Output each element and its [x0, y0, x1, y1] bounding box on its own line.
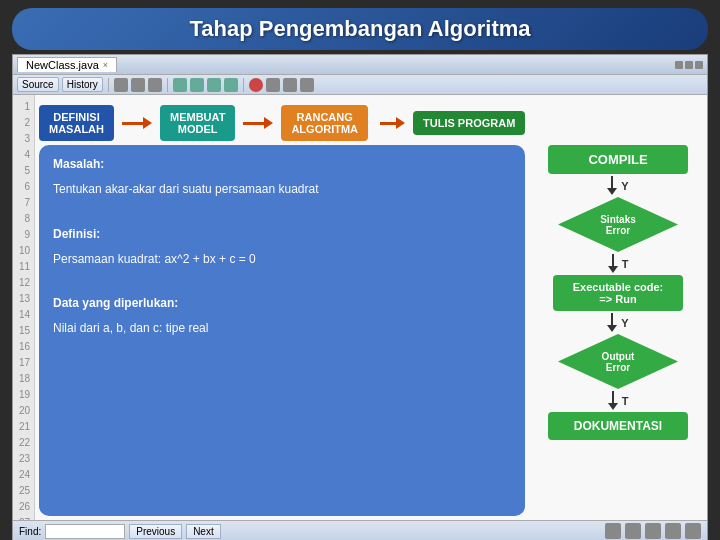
bottom-icon-1[interactable]: [605, 523, 621, 539]
arrow-1: [122, 117, 152, 129]
definisi-box: DEFINISIMASALAH: [39, 105, 114, 141]
find-next-button[interactable]: Next: [186, 524, 221, 539]
line-number: 8: [17, 211, 30, 227]
ide-body: 1 2 3 4 5 6 7 8 9 10 11 12 13 14 15 16 1…: [13, 95, 707, 520]
arrow-v-line-2: [612, 254, 614, 266]
exec-line2: => Run: [599, 293, 636, 305]
rancang-label: RANCANGALGORITMA: [291, 111, 358, 135]
title-banner: Tahap Pengembangan Algoritma: [12, 8, 708, 50]
tab-label: NewClass.java: [26, 59, 99, 71]
bottom-icon-3[interactable]: [645, 523, 661, 539]
line-number: 9: [17, 227, 30, 243]
line-number: 16: [17, 339, 30, 355]
find-label: Find:: [19, 526, 41, 537]
toolbar-icon-7[interactable]: [224, 78, 238, 92]
toolbar-icon-6[interactable]: [207, 78, 221, 92]
bottom-icons: [605, 523, 701, 539]
line-number: 19: [17, 387, 30, 403]
toolbar-sep-2: [167, 78, 168, 92]
definisi-label: DEFINISIMASALAH: [49, 111, 104, 135]
dokumentasi-box: DOKUMENTASI: [548, 412, 688, 440]
sintaks-label: SintaksError: [600, 214, 636, 236]
arrow-v-line-4: [612, 391, 614, 403]
toolbar-icon-8[interactable]: [266, 78, 280, 92]
line-number: 1: [17, 99, 30, 115]
sintaks-diamond: SintaksError: [558, 197, 678, 252]
toolbar-icon-4[interactable]: [173, 78, 187, 92]
top-flow: DEFINISIMASALAH MEMBUATMODEL RANCANGALGO…: [39, 99, 703, 145]
line-number: 5: [17, 163, 30, 179]
line-number: 21: [17, 419, 30, 435]
arrow-v-head-4: [608, 403, 618, 410]
toolbar-icon-10[interactable]: [300, 78, 314, 92]
compile-box: COMPILE: [548, 145, 688, 174]
arrow-v-head-2: [608, 266, 618, 273]
bent-arrow-head: [396, 117, 405, 129]
find-prev-button[interactable]: Previous: [129, 524, 182, 539]
arrow-v-head-1: [607, 188, 617, 195]
stop-icon[interactable]: [249, 78, 263, 92]
t-label-2: T: [622, 395, 629, 407]
arrow-v-head-3: [607, 325, 617, 332]
line-number: 7: [17, 195, 30, 211]
arrow-2: [243, 117, 273, 129]
tulis-box: TULIS PROGRAM: [413, 111, 525, 135]
line-number: 11: [17, 259, 30, 275]
toolbar-sep-1: [108, 78, 109, 92]
line-number: 6: [17, 179, 30, 195]
arrow-head-2: [264, 117, 273, 129]
arrow-head-1: [143, 117, 152, 129]
line-number: 10: [17, 243, 30, 259]
definisi-title: Definisi:: [53, 205, 511, 243]
line-number: 25: [17, 483, 30, 499]
membuat-box: MEMBUATMODEL: [160, 105, 235, 141]
toolbar-icon-3[interactable]: [148, 78, 162, 92]
find-input[interactable]: [45, 524, 125, 539]
line-number: 12: [17, 275, 30, 291]
toolbar-icon-5[interactable]: [190, 78, 204, 92]
data-body: Nilai dari a, b, dan c: tipe real: [53, 319, 511, 338]
ide-window: NewClass.java × Source History 1: [12, 54, 708, 540]
toolbar-icon-1[interactable]: [114, 78, 128, 92]
line-number: 26: [17, 499, 30, 515]
y-label-1: Y: [621, 180, 628, 192]
y-label-2: Y: [621, 317, 628, 329]
right-flowchart: COMPILE Y SintaksError: [533, 145, 703, 516]
line-number: 17: [17, 355, 30, 371]
arrow-exec-to-output: Y: [548, 313, 688, 332]
exec-line1: Executable code:: [573, 281, 663, 293]
bent-arrow-line: [380, 122, 396, 125]
bottom-icon-5[interactable]: [685, 523, 701, 539]
ide-tab[interactable]: NewClass.java ×: [17, 57, 117, 72]
arrow-line-1: [122, 122, 143, 125]
content-area: Masalah: Tentukan akar-akar dari suatu p…: [39, 145, 703, 516]
source-button[interactable]: Source: [17, 77, 59, 92]
ide-titlebar: NewClass.java ×: [13, 55, 707, 75]
ide-bottom-bar: Find: Previous Next: [13, 520, 707, 540]
bottom-icon-2[interactable]: [625, 523, 641, 539]
line-number: 15: [17, 323, 30, 339]
line-number: 22: [17, 435, 30, 451]
line-number: 23: [17, 451, 30, 467]
arrow-line-2: [243, 122, 264, 125]
line-number: 24: [17, 467, 30, 483]
find-bar: Find: Previous Next: [19, 524, 221, 539]
tulis-label: TULIS PROGRAM: [423, 117, 515, 129]
bottom-icon-4[interactable]: [665, 523, 681, 539]
toolbar-icon-9[interactable]: [283, 78, 297, 92]
rancang-box: RANCANGALGORITMA: [281, 105, 368, 141]
line-numbers: 1 2 3 4 5 6 7 8 9 10 11 12 13 14 15 16 1…: [13, 95, 35, 520]
data-title: Data yang diperlukan:: [53, 275, 511, 313]
arrow-v-line-3: [611, 313, 613, 325]
nav-dot-3: [695, 61, 703, 69]
left-panel: Masalah: Tentukan akar-akar dari suatu p…: [39, 145, 525, 516]
membuat-label: MEMBUATMODEL: [170, 111, 225, 135]
sintaks-diamond-wrapper: SintaksError: [558, 197, 678, 252]
arrow-output-to-dok: T: [548, 391, 688, 410]
nav-dots: [675, 61, 703, 69]
toolbar-icon-2[interactable]: [131, 78, 145, 92]
output-diamond-wrapper: OutputError: [558, 334, 678, 389]
line-number: 4: [17, 147, 30, 163]
tab-close-icon[interactable]: ×: [103, 60, 108, 70]
history-button[interactable]: History: [62, 77, 103, 92]
